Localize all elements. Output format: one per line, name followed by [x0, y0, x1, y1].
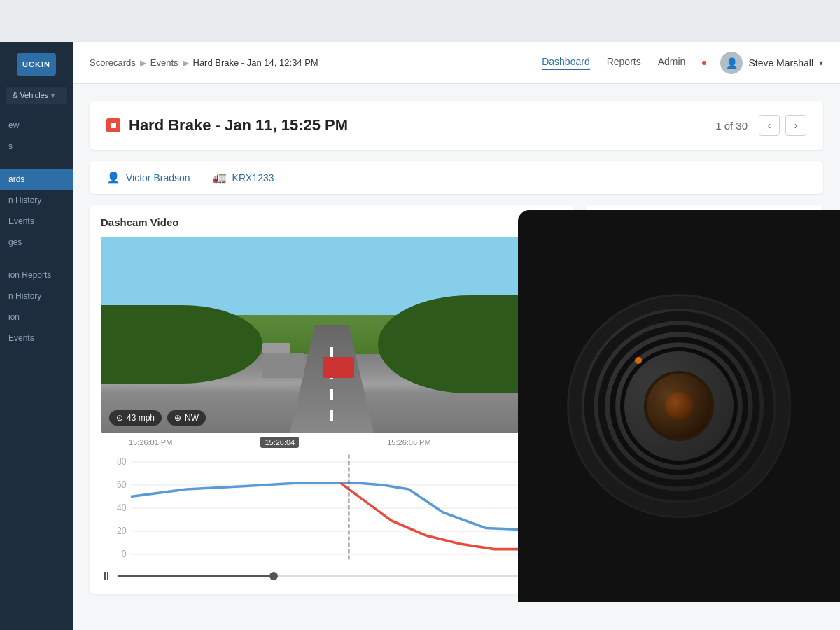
chart-container: 15:26:01 PM 15:26:04 15:26:06 PM 15:26:1…	[101, 438, 563, 564]
event-title-area: Hard Brake - Jan 11, 15:25 PM	[106, 116, 348, 134]
breadcrumb-sep-2: ▶	[183, 58, 189, 68]
camera-circle	[567, 294, 791, 518]
sidebar: UCKIN & Vehicles ▾ ew s ards n History E…	[0, 42, 73, 630]
sidebar-item-action-reports[interactable]: ion Reports	[0, 265, 73, 286]
breadcrumb-current: Hard Brake - Jan 14, 12:34 PM	[193, 57, 318, 68]
video-truck	[262, 354, 304, 378]
event-count: 1 of 30	[715, 120, 748, 132]
event-type-icon	[106, 118, 120, 132]
breadcrumb-scorecards[interactable]: Scorecards	[90, 57, 136, 68]
svg-point-12	[589, 316, 769, 496]
breadcrumb-sep-1: ▶	[140, 58, 146, 68]
sidebar-item-events[interactable]: Events	[0, 211, 73, 232]
dashcam-title: Dashcam Video	[101, 216, 563, 228]
notification-dot	[702, 61, 706, 65]
camera-overlay	[518, 210, 840, 602]
nav-bar: Scorecards ▶ Events ▶ Hard Brake - Jan 1…	[73, 42, 840, 84]
driver-info[interactable]: 👤 Victor Bradson	[106, 171, 190, 184]
nav-link-reports[interactable]: Reports	[607, 56, 641, 70]
breadcrumb: Scorecards ▶ Events ▶ Hard Brake - Jan 1…	[90, 57, 528, 68]
sidebar-logo: UCKIN	[17, 53, 56, 76]
video-badges: ⊙ 43 mph ⊕ NW	[109, 410, 206, 426]
svg-point-13	[601, 328, 756, 483]
left-col: Dashcam Video	[90, 205, 574, 605]
next-event-button[interactable]: ›	[785, 115, 806, 136]
user-name: Steve Marshall	[748, 57, 813, 69]
vehicles-dropdown[interactable]: & Vehicles ▾	[6, 87, 67, 104]
event-title: Hard Brake - Jan 11, 15:25 PM	[129, 116, 348, 134]
driver-icon: 👤	[106, 171, 120, 184]
svg-text:80: 80	[117, 456, 127, 467]
svg-text:60: 60	[117, 479, 127, 490]
sidebar-item-messages[interactable]: ges	[0, 232, 73, 253]
svg-text:0: 0	[122, 548, 127, 559]
sidebar-item-violations[interactable]: ion	[0, 307, 73, 328]
progress-fill	[118, 575, 274, 578]
svg-text:20: 20	[117, 525, 127, 536]
user-chevron-icon: ▾	[819, 58, 823, 68]
sidebar-item-violation-history[interactable]: n History	[0, 286, 73, 307]
breadcrumb-events[interactable]: Events	[150, 57, 178, 68]
direction-value: NW	[185, 413, 199, 423]
speed-value: 43 mph	[127, 413, 155, 423]
prev-event-button[interactable]: ‹	[759, 115, 780, 136]
sidebar-item-events2[interactable]: Events	[0, 328, 73, 349]
video-truck2	[323, 357, 354, 378]
top-bar	[0, 0, 840, 42]
sidebar-item-event-history[interactable]: n History	[0, 190, 73, 211]
compass-icon: ⊕	[174, 413, 181, 423]
video-container[interactable]: ⊙ 43 mph ⊕ NW ⬇	[101, 237, 563, 433]
nav-link-admin[interactable]: Admin	[658, 56, 686, 70]
chart-svg: 80 60 40 20 0	[101, 449, 563, 575]
dropdown-label: & Vehicles	[13, 91, 48, 99]
driver-name: Victor Bradson	[126, 172, 190, 183]
chart-time-start: 15:26:01 PM	[129, 438, 172, 447]
speedometer-icon: ⊙	[116, 413, 123, 423]
svg-point-11	[575, 302, 783, 510]
event-nav: 1 of 30 ‹ ›	[715, 115, 806, 136]
svg-text:40: 40	[117, 502, 127, 513]
user-area[interactable]: 👤 Steve Marshall ▾	[720, 52, 823, 74]
chart-time-mid: 15:26:06 PM	[387, 438, 430, 447]
direction-badge: ⊕ NW	[167, 410, 206, 426]
video-overlay: ⊙ 43 mph ⊕ NW ⬇	[101, 403, 563, 433]
nav-link-dashboard[interactable]: Dashboard	[542, 56, 590, 70]
avatar: 👤	[720, 52, 743, 74]
svg-point-15	[622, 349, 736, 463]
camera-ridges-svg	[568, 295, 790, 517]
nav-links: Dashboard Reports Admin	[542, 56, 706, 70]
sidebar-item-dashboards[interactable]: ards	[0, 169, 73, 190]
chart-time-marker: 15:26:04	[260, 437, 299, 448]
event-header: Hard Brake - Jan 11, 15:25 PM 1 of 30 ‹ …	[90, 101, 823, 150]
chevron-down-icon: ▾	[51, 92, 55, 99]
vehicle-id: KRX1233	[232, 172, 274, 183]
sidebar-item-scorecards[interactable]: s	[0, 136, 73, 157]
event-meta: 👤 Victor Bradson 🚛 KRX1233	[90, 161, 823, 194]
video-trees-left	[101, 305, 262, 384]
vehicle-info[interactable]: 🚛 KRX1233	[213, 171, 274, 184]
progress-track[interactable]	[118, 575, 563, 578]
progress-thumb	[270, 572, 278, 580]
svg-point-14	[612, 340, 746, 472]
speed-badge: ⊙ 43 mph	[109, 410, 162, 426]
sidebar-item-overview[interactable]: ew	[0, 115, 73, 136]
vehicle-icon: 🚛	[213, 171, 227, 184]
dashcam-section: Dashcam Video	[90, 205, 574, 594]
